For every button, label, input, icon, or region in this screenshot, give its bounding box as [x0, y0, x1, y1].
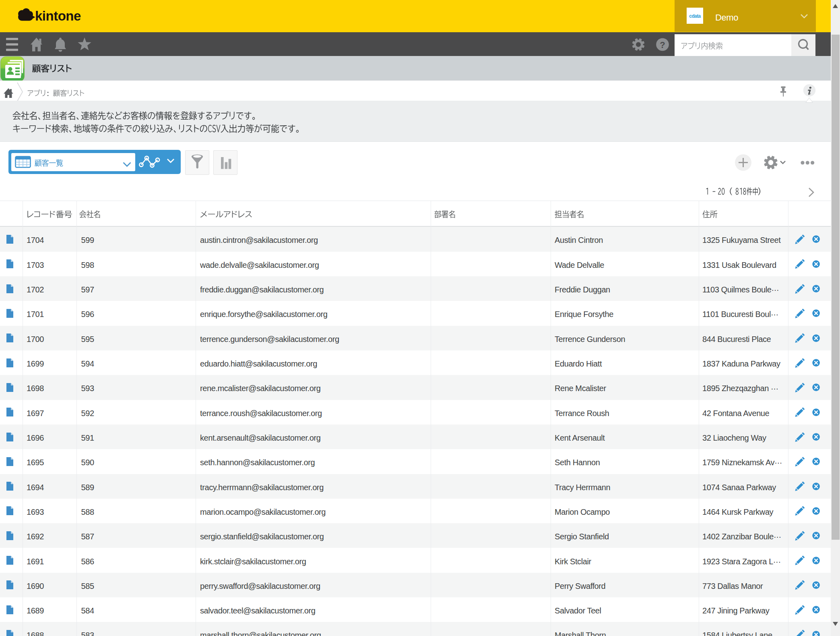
svg-text:kintone: kintone — [35, 8, 81, 23]
svg-text:cdata: cdata — [689, 13, 701, 19]
svg-text:?: ? — [660, 40, 665, 50]
